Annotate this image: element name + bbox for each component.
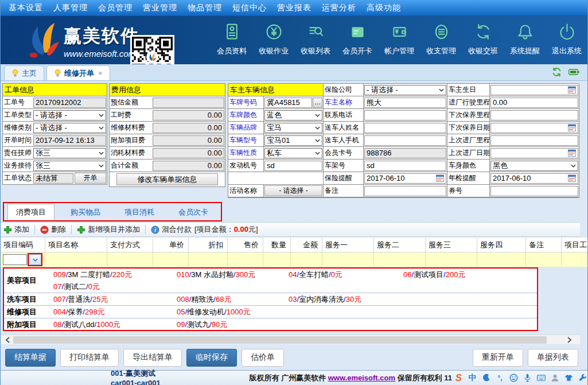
vehicle-6-1-field[interactable]: sd [364,161,446,171]
vehicle-2-2-field[interactable] [490,110,578,120]
open-order-button[interactable]: 开单 [75,173,106,184]
skin-icon[interactable] [564,373,574,383]
scroll-left-icon[interactable] [3,336,12,344]
quick-item-0-4[interactable]: 07/测试二/0元 [50,281,173,293]
quick-item-0-2[interactable]: 04/全车打蜡/0元 [285,269,400,281]
banner-tool-6[interactable]: 收银交班 [467,22,499,56]
scrollbar-thumb[interactable] [13,336,547,344]
vehicle-1-1-field[interactable]: 熊大 [364,98,446,108]
bottom-button-2[interactable]: 导出结算单 [123,349,182,367]
menu-item-4[interactable]: 物品管理 [188,3,222,13]
edit-vehicle-doc-button[interactable]: 修改车辆单据信息 [116,173,218,185]
quick-item-0-3[interactable]: 06/测试项目/200元 [400,269,537,281]
vehicle-7-1-date-field[interactable]: 2017-06-10 [364,173,446,184]
vehicle-4-1-field[interactable] [364,135,446,146]
order-5-select[interactable]: 张三 [33,161,106,171]
mixed-payment-button[interactable]: i 混合付款 [151,224,192,235]
quick-item-2-0[interactable]: 004/保养/298元 [50,306,173,318]
website-link[interactable]: www.emeisoft.com [328,374,395,382]
mic-icon[interactable] [523,373,532,383]
vehicle-5-0-select[interactable]: 私车 [264,148,322,158]
vehicle-0-1-select[interactable]: - 请选择 - [364,85,446,95]
menu-item-0[interactable]: 基本设置 [9,3,43,13]
wrench-icon[interactable] [578,373,587,383]
vehicle-1-0-lookup-button[interactable]: … [313,98,322,108]
vehicle-label-text[interactable]: 车辆品牌 [228,123,257,133]
banner-tool-3[interactable]: 会员开卡 [341,22,373,56]
menu-item-7[interactable]: 运营分析 [322,3,356,13]
scroll-right-icon[interactable] [564,336,574,344]
tab-close-icon[interactable]: × [98,69,103,77]
vehicle-6-2-select[interactable]: 黑色 [490,161,578,171]
keyboard-icon[interactable] [536,373,546,383]
menu-item-2[interactable]: 会员管理 [98,3,133,13]
vehicle-1-0-field[interactable]: 冀A45815 [264,98,312,108]
quick-item-3-1[interactable]: 09/测试九/90元 [173,318,285,330]
add-button[interactable]: 添加 [3,224,29,235]
vehicle-3-2-date-field[interactable] [490,123,578,133]
vehicle-4-0-select[interactable]: 宝马01 [264,135,322,146]
punctuation-icon[interactable]: °, [495,373,505,383]
add-new-item-button[interactable]: 新增项目并添加 [77,224,140,235]
vehicle-0-2-date-field[interactable] [490,85,578,95]
tab-1[interactable]: 维修开单× [46,65,110,80]
bottom-button-1[interactable]: 打印结算单 [60,349,119,367]
menu-item-6[interactable]: 营业报表 [277,3,311,13]
banner-tool-1[interactable]: 收银作业 [258,22,290,56]
item-code-input[interactable] [3,254,27,265]
vehicle-1-2-field[interactable]: 0.00 [490,98,578,108]
bottom-button-3[interactable]: 临时保存 [186,349,237,367]
order-4-select[interactable]: 张三 [33,148,106,158]
user-icon[interactable] [550,373,560,383]
item-code-dropdown-button[interactable] [29,254,41,265]
vehicle-8-0-picker-button[interactable]: - 请选择 - [264,185,322,196]
vehicle-3-0-select[interactable]: 宝马 [264,123,322,133]
horizontal-scrollbar[interactable] [1,335,580,344]
menu-item-1[interactable]: 人事管理 [53,3,88,13]
vehicle-label-text[interactable]: 车牌颜色 [228,110,257,120]
battery-icon[interactable] [568,69,579,75]
order-1-select[interactable]: - 请选择 - [33,110,106,120]
bottom-right-button-0[interactable]: 重新开单 [473,349,523,367]
vehicle-8-2-field[interactable] [490,186,578,196]
banner-tool-4[interactable]: 帐户管理 [383,22,415,56]
order-2-select[interactable]: - 请选择 - [33,123,106,133]
quick-item-2-1[interactable]: 05/维修发动机/1000元 [173,306,285,318]
chinese-mode-icon[interactable]: 中 [468,373,477,383]
vehicle-label-text[interactable]: 车主名称 [324,98,352,107]
vehicle-5-2-date-field[interactable] [490,148,578,158]
banner-tool-2[interactable]: 收银列表 [299,22,332,56]
quick-item-1-0[interactable]: 007/普通洗/25元 [50,293,173,305]
quick-item-1-2[interactable]: 03/室内消毒清洗/30元 [285,293,400,305]
vehicle-6-0-field[interactable]: sd [264,161,322,171]
emoji-icon[interactable] [509,373,519,383]
quick-item-0-0[interactable]: 009/3M 二度打蜡/220元 [50,269,173,281]
moon-icon[interactable] [481,373,491,383]
vehicle-8-1-field[interactable] [364,186,446,196]
banner-tool-7[interactable]: 系统提醒 [509,22,541,56]
banner-tool-5[interactable]: 收支管理 [425,22,457,56]
sogou-icon[interactable]: S [454,373,464,383]
bottom-button-0[interactable]: 结算单据 [5,349,56,367]
bottom-button-4[interactable]: 估价单 [242,349,284,367]
vehicle-label-text[interactable]: 车辆性质 [228,148,257,158]
quick-item-3-0[interactable]: 08/测试八dd/1000元 [50,318,173,330]
quick-item-1-1[interactable]: 008/精致洗/68元 [173,293,285,305]
quick-item-0-1[interactable]: 010/3M 水晶封釉/300元 [173,269,285,281]
menu-item-3[interactable]: 营业管理 [143,3,177,13]
vehicle-3-1-field[interactable] [364,123,446,133]
bottom-right-button-1[interactable]: 单据列表 [528,349,578,367]
banner-tool-8[interactable]: 退出系统 [551,22,583,56]
vehicle-4-2-field[interactable] [490,135,578,146]
vehicle-2-1-field[interactable] [364,110,446,120]
vehicle-label-text[interactable]: 车牌号码 [228,98,257,107]
tab-0[interactable]: 主页 [4,65,44,80]
vehicle-2-0-select[interactable]: 蓝色 [264,110,322,120]
vehicle-7-2-date-field[interactable]: 2017-06-10 [490,173,578,184]
delete-button[interactable]: 删除 [40,224,66,235]
menu-item-8[interactable]: 高级功能 [367,3,401,13]
menu-item-5[interactable]: 短信中心 [232,3,267,13]
banner-tool-0[interactable]: 会员资料 [216,22,248,56]
vehicle-label-text[interactable]: 车辆型号 [228,135,257,145]
refresh-icon[interactable] [552,67,562,77]
